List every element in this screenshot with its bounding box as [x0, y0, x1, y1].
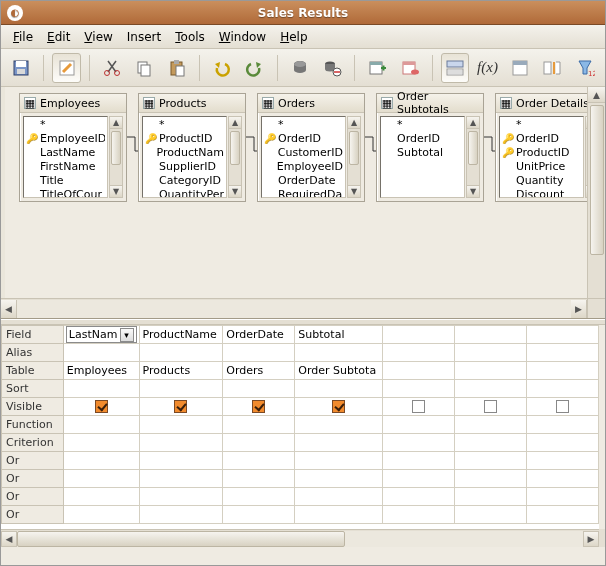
field-item[interactable]: FirstName: [26, 160, 105, 174]
table-window-title[interactable]: ▦Orders: [258, 94, 364, 113]
field-item[interactable]: OrderDate: [264, 174, 343, 188]
grid-cell-function-3[interactable]: [295, 416, 382, 434]
row-header-table[interactable]: Table: [2, 362, 64, 380]
scroll-thumb[interactable]: [468, 131, 478, 165]
scroll-thumb[interactable]: [17, 531, 345, 547]
field-item[interactable]: Quantity: [502, 174, 581, 188]
grid-cell-alias-3[interactable]: [295, 344, 382, 362]
grid-cell-or2-6[interactable]: [526, 470, 598, 488]
field-item[interactable]: SupplierID: [145, 160, 224, 174]
grid-cell-or4-3[interactable]: [295, 506, 382, 524]
grid-cell-function-6[interactable]: [526, 416, 598, 434]
grid-cell-function-5[interactable]: [454, 416, 526, 434]
visible-checkbox[interactable]: [484, 400, 497, 413]
table-window-title[interactable]: ▦Products: [139, 94, 245, 113]
grid-cell-table-5[interactable]: [454, 362, 526, 380]
grid-cell-field-0[interactable]: LastNam▾: [63, 326, 139, 344]
grid-cell-function-1[interactable]: [139, 416, 223, 434]
grid-cell-or2-2[interactable]: [223, 470, 295, 488]
menu-tools[interactable]: Tools: [169, 28, 211, 46]
grid-cell-criterion-2[interactable]: [223, 434, 295, 452]
paste-button[interactable]: [162, 53, 190, 83]
grid-cell-alias-4[interactable]: [382, 344, 454, 362]
design-view-button[interactable]: [441, 53, 469, 83]
field-item[interactable]: 🔑ProductID: [502, 146, 581, 160]
undo-button[interactable]: [208, 53, 236, 83]
field-combobox[interactable]: LastNam▾: [66, 326, 137, 343]
design-vertical-scrollbar[interactable]: ▲: [587, 87, 605, 298]
field-item[interactable]: EmployeeID: [264, 160, 343, 174]
scroll-right-icon[interactable]: ▶: [571, 300, 587, 318]
redo-button[interactable]: [240, 53, 268, 83]
grid-cell-alias-1[interactable]: [139, 344, 223, 362]
grid-cell-sort-3[interactable]: [295, 380, 382, 398]
scroll-up-icon[interactable]: ▲: [348, 117, 360, 129]
field-list[interactable]: *🔑OrderIDCustomerIDEmployeeIDOrderDateRe…: [261, 116, 346, 198]
grid-cell-alias-2[interactable]: [223, 344, 295, 362]
grid-cell-or1-5[interactable]: [454, 452, 526, 470]
field-item[interactable]: QuantityPer: [145, 188, 224, 198]
grid-cell-visible-5[interactable]: [454, 398, 526, 416]
visible-checkbox[interactable]: [412, 400, 425, 413]
scroll-up-icon[interactable]: ▲: [467, 117, 479, 129]
grid-cell-or3-0[interactable]: [63, 488, 139, 506]
field-list[interactable]: *🔑OrderID🔑ProductIDUnitPriceQuantityDisc…: [499, 116, 584, 198]
grid-cell-or4-2[interactable]: [223, 506, 295, 524]
scroll-track[interactable]: [17, 531, 583, 547]
grid-cell-table-6[interactable]: [526, 362, 598, 380]
field-item[interactable]: CategoryID: [145, 174, 224, 188]
grid-cell-or4-6[interactable]: [526, 506, 598, 524]
field-list-scrollbar[interactable]: ▲▼: [228, 116, 242, 198]
scroll-track[interactable]: [17, 300, 571, 318]
grid-cell-sort-2[interactable]: [223, 380, 295, 398]
grid-cell-or4-0[interactable]: [63, 506, 139, 524]
table-window-title[interactable]: ▦Employees: [20, 94, 126, 113]
field-list-scrollbar[interactable]: ▲▼: [109, 116, 123, 198]
grid-cell-criterion-6[interactable]: [526, 434, 598, 452]
cut-button[interactable]: [98, 53, 126, 83]
grid-cell-or1-4[interactable]: [382, 452, 454, 470]
field-list[interactable]: *🔑EmployeeIDLastNameFirstNameTitleTitleO…: [23, 116, 108, 198]
grid-cell-sort-1[interactable]: [139, 380, 223, 398]
grid-cell-field-3[interactable]: Subtotal: [295, 326, 382, 344]
grid-cell-alias-6[interactable]: [526, 344, 598, 362]
menu-window[interactable]: Window: [213, 28, 272, 46]
aliases-button[interactable]: [538, 53, 566, 83]
add-table-button[interactable]: [363, 53, 391, 83]
table-window-products[interactable]: ▦Products*🔑ProductIDProductNamSupplierID…: [138, 93, 246, 202]
grid-cell-alias-5[interactable]: [454, 344, 526, 362]
visible-checkbox[interactable]: [174, 400, 187, 413]
scroll-down-icon[interactable]: ▼: [110, 185, 122, 197]
visible-checkbox[interactable]: [95, 400, 108, 413]
grid-cell-sort-6[interactable]: [526, 380, 598, 398]
table-names-button[interactable]: [506, 53, 534, 83]
scroll-thumb[interactable]: [230, 131, 240, 165]
field-item[interactable]: *: [383, 118, 462, 132]
field-item[interactable]: RequiredDa: [264, 188, 343, 198]
scroll-up-icon[interactable]: ▲: [229, 117, 241, 129]
grid-cell-function-4[interactable]: [382, 416, 454, 434]
grid-cell-or1-0[interactable]: [63, 452, 139, 470]
grid-cell-or3-5[interactable]: [454, 488, 526, 506]
grid-cell-or1-6[interactable]: [526, 452, 598, 470]
field-item[interactable]: Discount: [502, 188, 581, 198]
field-item[interactable]: ProductNam: [145, 146, 224, 160]
field-list-scrollbar[interactable]: ▲▼: [466, 116, 480, 198]
field-item[interactable]: *: [502, 118, 581, 132]
menu-insert[interactable]: Insert: [121, 28, 167, 46]
menu-file[interactable]: File: [7, 28, 39, 46]
edit-mode-button[interactable]: [52, 53, 80, 83]
field-item[interactable]: 🔑ProductID: [145, 132, 224, 146]
table-window-employees[interactable]: ▦Employees*🔑EmployeeIDLastNameFirstNameT…: [19, 93, 127, 202]
grid-cell-or3-4[interactable]: [382, 488, 454, 506]
field-item[interactable]: *: [264, 118, 343, 132]
grid-cell-or4-4[interactable]: [382, 506, 454, 524]
grid-cell-table-4[interactable]: [382, 362, 454, 380]
scroll-down-icon[interactable]: ▼: [467, 185, 479, 197]
grid-cell-or3-6[interactable]: [526, 488, 598, 506]
grid-cell-visible-0[interactable]: [63, 398, 139, 416]
grid-cell-function-2[interactable]: [223, 416, 295, 434]
scroll-down-icon[interactable]: ▼: [348, 185, 360, 197]
grid-cell-table-0[interactable]: Employees: [63, 362, 139, 380]
row-header-or3[interactable]: Or: [2, 488, 64, 506]
